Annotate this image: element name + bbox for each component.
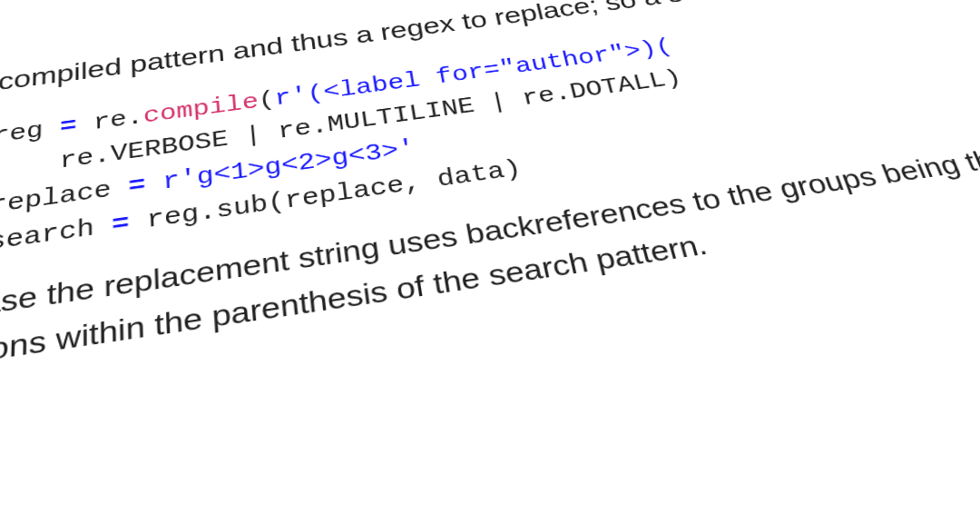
code-text: search <box>0 212 112 257</box>
code-text: re. <box>77 104 144 137</box>
operator-equals: = <box>112 209 130 239</box>
document-page: Using a compiled pattern and thus a rege… <box>0 0 980 407</box>
code-text: reg <box>0 114 60 149</box>
page-viewport: Using a compiled pattern and thus a rege… <box>0 0 980 524</box>
code-text <box>145 169 163 198</box>
operator-equals: = <box>60 113 77 140</box>
operator-equals: = <box>128 172 146 201</box>
